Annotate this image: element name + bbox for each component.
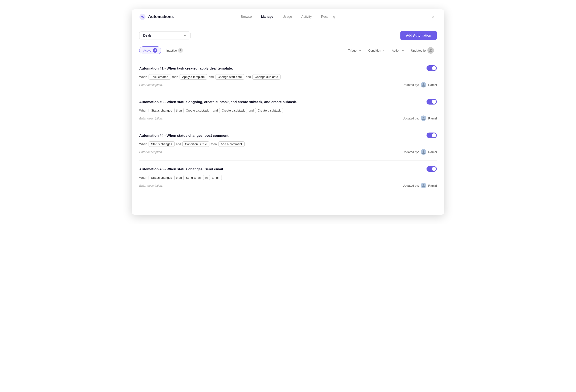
- cond-label: in: [205, 176, 207, 180]
- automation-title: Automation #5 - When status changes, Sen…: [139, 167, 224, 171]
- automation-item: Automation #1 - When task created, apply…: [139, 60, 437, 93]
- updated-by-filter-button[interactable]: Updated by: [408, 46, 437, 55]
- avatar-face-icon: [421, 183, 426, 188]
- automation-item: Automation #5 - When status changes, Sen…: [139, 160, 437, 194]
- svg-point-4: [423, 83, 424, 85]
- action-chevron-icon: [401, 49, 404, 52]
- user-avatar: [421, 116, 426, 121]
- cond-label: then: [211, 142, 217, 146]
- avatar-face-icon: [421, 149, 426, 155]
- add-automation-button[interactable]: Add Automation: [401, 31, 437, 40]
- cond-tag[interactable]: Change start date: [215, 74, 244, 80]
- cond-tag[interactable]: Create a subtask: [255, 108, 283, 113]
- cond-tag[interactable]: Send Email: [183, 175, 204, 180]
- user-avatar: [421, 183, 426, 188]
- automation-meta: Enter description... Updated by: Ramzi: [139, 116, 437, 121]
- cond-tag[interactable]: Add a comment: [218, 141, 245, 147]
- automation-list: Automation #1 - When task created, apply…: [139, 60, 437, 194]
- updated-by-avatar-filter: [428, 47, 434, 54]
- automation-meta: Enter description... Updated by: Ramzi: [139, 149, 437, 155]
- cond-label: and: [209, 75, 214, 79]
- automation-conditions: When Status changes then Create a subtas…: [139, 108, 437, 113]
- updated-by-text: Updated by:: [403, 184, 419, 187]
- app-logo-icon: [139, 14, 146, 20]
- close-button[interactable]: ×: [429, 13, 437, 21]
- updated-by: Updated by: Ramzi: [403, 149, 437, 155]
- cond-label: and: [213, 109, 218, 112]
- automation-toggle[interactable]: [427, 166, 437, 172]
- filter-tabs: Active 4 Inactive 1: [139, 46, 187, 54]
- modal-title: Automations: [148, 14, 174, 19]
- automation-toggle[interactable]: [427, 133, 437, 138]
- automation-conditions: When Status changes and Condition is tru…: [139, 141, 437, 147]
- automation-header: Automation #1 - When task created, apply…: [139, 65, 437, 71]
- cond-tag[interactable]: Status changes: [148, 175, 175, 180]
- filter-controls: Trigger Condition Action: [345, 46, 437, 55]
- cond-tag[interactable]: Status changes: [148, 141, 175, 147]
- svg-point-8: [423, 151, 424, 152]
- updated-by: Updated by: Ramzi: [403, 82, 437, 88]
- active-filter-label: Active: [143, 49, 151, 52]
- automation-toggle[interactable]: [427, 99, 437, 105]
- condition-filter-button[interactable]: Condition: [365, 47, 388, 54]
- person-icon: [428, 48, 433, 53]
- tab-recurring[interactable]: Recurring: [316, 9, 340, 24]
- automation-header: Automation #3 - When status ongoing, cre…: [139, 99, 437, 105]
- cond-label: then: [176, 109, 182, 112]
- automation-description[interactable]: Enter description...: [139, 83, 164, 87]
- cond-tag[interactable]: Create a subtask: [183, 108, 211, 113]
- cond-tag[interactable]: Change due date: [252, 74, 281, 80]
- action-label: Action: [392, 49, 400, 52]
- dropdown-label: Deals: [143, 34, 152, 37]
- automation-title: Automation #1 - When task created, apply…: [139, 66, 233, 70]
- updated-by-name: Ramzi: [428, 150, 437, 154]
- deals-dropdown[interactable]: Deals: [139, 31, 191, 39]
- updated-by: Updated by: Ramzi: [403, 183, 437, 188]
- cond-label: When: [139, 109, 147, 112]
- cond-tag[interactable]: Task created: [148, 74, 171, 80]
- cond-tag[interactable]: Condition is true: [182, 141, 209, 147]
- automation-conditions: When Task created then Apply a template …: [139, 74, 437, 80]
- automation-description[interactable]: Enter description...: [139, 117, 164, 120]
- top-bar: Deals Add Automation: [139, 31, 437, 40]
- user-avatar: [421, 82, 426, 88]
- updated-by-name: Ramzi: [428, 83, 437, 87]
- avatar-face-icon: [421, 116, 426, 121]
- cond-tag[interactable]: Apply a template: [179, 74, 207, 80]
- cond-label: then: [172, 75, 178, 79]
- tab-usage[interactable]: Usage: [278, 9, 297, 24]
- action-filter-button[interactable]: Action: [389, 47, 407, 54]
- cond-label: and: [176, 142, 181, 146]
- inactive-count-badge: 1: [178, 48, 183, 53]
- automation-title: Automation #4 - When status changes, pos…: [139, 133, 230, 137]
- automation-toggle[interactable]: [427, 65, 437, 71]
- automation-description[interactable]: Enter description...: [139, 150, 164, 154]
- automation-header: Automation #4 - When status changes, pos…: [139, 133, 437, 138]
- cond-tag[interactable]: Email: [209, 175, 222, 180]
- filter-inactive[interactable]: Inactive 1: [162, 46, 187, 54]
- tab-browse[interactable]: Browse: [236, 9, 257, 24]
- condition-label: Condition: [368, 49, 381, 52]
- updated-by-name: Ramzi: [428, 184, 437, 187]
- tab-activity[interactable]: Activity: [297, 9, 316, 24]
- automation-description[interactable]: Enter description...: [139, 184, 164, 187]
- cond-tag[interactable]: Create a subtask: [219, 108, 247, 113]
- automation-item: Automation #4 - When status changes, pos…: [139, 127, 437, 160]
- cond-tag[interactable]: Status changes: [148, 108, 175, 113]
- svg-point-6: [423, 117, 424, 119]
- updated-by-text: Updated by:: [403, 150, 419, 154]
- svg-point-2: [430, 49, 432, 51]
- active-count-badge: 4: [153, 48, 157, 53]
- updated-by-text: Updated by:: [403, 117, 419, 120]
- user-avatar: [421, 149, 426, 155]
- filter-active[interactable]: Active 4: [139, 46, 161, 54]
- chevron-down-icon: [183, 34, 187, 37]
- automation-item: Automation #3 - When status ongoing, cre…: [139, 93, 437, 127]
- automation-title: Automation #3 - When status ongoing, cre…: [139, 100, 297, 104]
- svg-point-1: [142, 16, 143, 17]
- avatar-face-icon: [421, 82, 426, 88]
- nav-tabs: Browse Manage Usage Activity Recurring: [236, 9, 340, 24]
- updated-by-label: Updated by: [411, 49, 427, 52]
- tab-manage[interactable]: Manage: [257, 9, 278, 24]
- trigger-filter-button[interactable]: Trigger: [345, 47, 365, 54]
